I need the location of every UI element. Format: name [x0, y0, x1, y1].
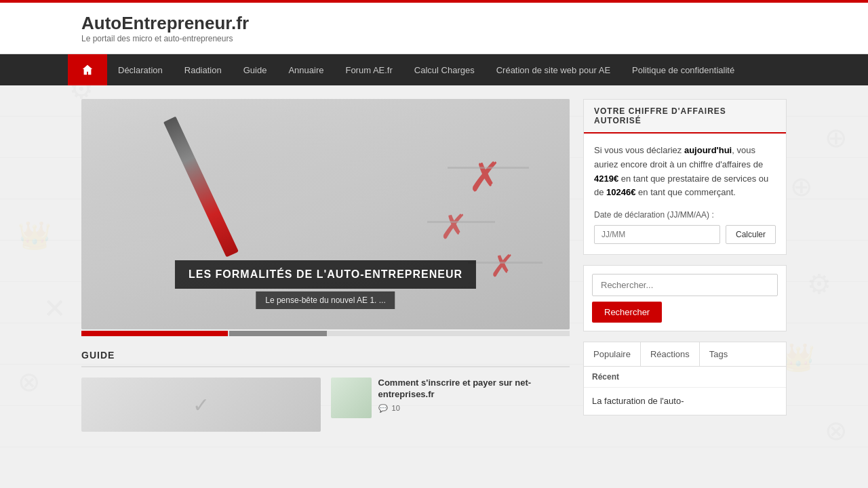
ca-amount1-bold: 4219€ — [594, 174, 618, 184]
checkbox-line-2 — [427, 221, 495, 223]
progress-bar — [81, 331, 570, 336]
guide-title: GUIDE — [81, 350, 570, 367]
tabs-sub-label: Récent — [584, 367, 786, 388]
comment-icon: 💬 — [378, 404, 388, 412]
ca-calc-button[interactable]: Calculer — [726, 225, 776, 244]
tabs-content: La facturation de l'auto- — [584, 388, 786, 415]
ca-widget: VOTRE CHIFFRE D'AFFAIRES AUTORISÉ Si vou… — [583, 99, 787, 255]
left-column: ✗ ✗ ✗ LES FORMALITÉS DE L'AUTO-ENTREPREN… — [81, 99, 570, 432]
search-widget: Rechercher — [583, 265, 787, 331]
nav-item-radiation[interactable]: Radiation — [174, 56, 233, 85]
image-placeholder-icon: ✓ — [193, 393, 210, 417]
ca-date-input[interactable] — [594, 225, 720, 244]
ca-date-row: Calculer — [594, 225, 776, 244]
site-title: AutoEntrepreneur.fr — [81, 13, 787, 34]
nav-item-politique[interactable]: Politique de confidentialité — [621, 56, 745, 85]
main-content: ✗ ✗ ✗ LES FORMALITÉS DE L'AUTO-ENTREPREN… — [0, 85, 868, 445]
ca-amount2-bold: 10246€ — [606, 187, 635, 197]
page-wrapper: AutoEntrepreneur.fr Le portail des micro… — [0, 0, 868, 445]
hero-image: ✗ ✗ ✗ LES FORMALITÉS DE L'AUTO-ENTREPREN… — [81, 99, 570, 329]
nav-item-declaration[interactable]: Déclaration — [107, 56, 174, 85]
nav-item-guide[interactable]: Guide — [233, 56, 278, 85]
guide-item-comment-count: 10 — [392, 404, 400, 412]
tab-populaire[interactable]: Populaire — [584, 342, 641, 366]
tab-tags[interactable]: Tags — [700, 342, 737, 366]
tab-reactions[interactable]: Réactions — [641, 342, 700, 366]
nav-item-creation[interactable]: Création de site web pour AE — [486, 56, 621, 85]
ca-widget-body: Si vous vous déclariez aujourd'hui, vous… — [584, 134, 786, 254]
hero-overlay: LES FORMALITÉS DE L'AUTO-ENTREPRENEUR — [175, 260, 476, 289]
right-column: VOTRE CHIFFRE D'AFFAIRES AUTORISÉ Si vou… — [583, 99, 787, 432]
ca-date-label: Date de déclaration (JJ/MM/AA) : — [594, 210, 776, 220]
site-subtitle: Le portail des micro et auto-entrepreneu… — [81, 34, 787, 43]
recent-item[interactable]: La facturation de l'auto- — [592, 394, 778, 408]
search-input[interactable] — [592, 274, 778, 296]
nav-item-annuaire[interactable]: Annuaire — [277, 56, 334, 85]
nav-home-button[interactable] — [68, 54, 107, 85]
guide-items: ✓ Comment s'inscrire et payer sur net-en… — [81, 378, 570, 432]
tabs-widget: Populaire Réactions Tags Récent La factu… — [583, 342, 787, 415]
home-icon — [81, 64, 94, 76]
guide-placeholder-image: ✓ — [81, 378, 321, 432]
nav-item-calcul[interactable]: Calcul Charges — [403, 56, 486, 85]
checkmark-icon-3: ✗ — [490, 248, 515, 284]
site-header: AutoEntrepreneur.fr Le portail des micro… — [0, 0, 868, 54]
tabs-header: Populaire Réactions Tags — [584, 342, 786, 367]
search-button[interactable]: Rechercher — [592, 302, 662, 323]
main-nav: Déclaration Radiation Guide Annuaire For… — [0, 54, 868, 85]
guide-item-content: Comment s'inscrire et payer sur net-entr… — [378, 378, 570, 413]
nav-item-forum[interactable]: Forum AE.fr — [334, 56, 403, 85]
checkbox-line-3 — [468, 262, 542, 264]
progress-mid — [229, 331, 327, 336]
ca-widget-text: Si vous vous déclariez aujourd'hui, vous… — [594, 144, 776, 200]
guide-section: GUIDE ✓ Comment s'inscrire et payer sur … — [81, 350, 570, 432]
checkmark-icon: ✗ — [468, 153, 502, 201]
guide-item-text-card[interactable]: Comment s'inscrire et payer sur net-entr… — [331, 378, 570, 432]
checkbox-line — [448, 167, 529, 169]
hero-title: LES FORMALITÉS DE L'AUTO-ENTREPRENEUR — [189, 268, 462, 281]
guide-item-thumbnail — [331, 378, 372, 418]
ca-today-bold: aujourd'hui — [684, 145, 732, 155]
guide-item-title[interactable]: Comment s'inscrire et payer sur net-entr… — [378, 378, 570, 401]
guide-item-comments: 💬 10 — [378, 404, 570, 413]
guide-item-image[interactable]: ✓ — [81, 378, 321, 432]
progress-fill — [81, 331, 228, 336]
ca-widget-header: VOTRE CHIFFRE D'AFFAIRES AUTORISÉ — [584, 100, 786, 134]
checkmark-icon-2: ✗ — [439, 207, 468, 247]
hero-subtitle: Le pense-bête du nouvel AE 1. ... — [256, 291, 395, 309]
